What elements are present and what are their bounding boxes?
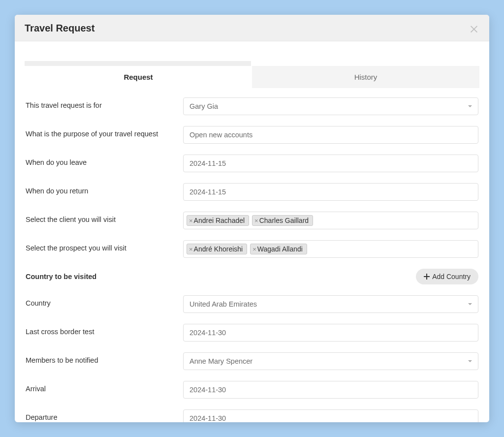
label-requester: This travel request is for	[26, 97, 183, 109]
row-leave: When do you leave	[25, 155, 479, 172]
tag-input-clients[interactable]: × Andrei Rachadel × Charles Gaillard	[183, 212, 478, 229]
remove-tag-icon[interactable]: ×	[189, 246, 193, 252]
label-departure: Departure	[26, 409, 183, 421]
row-country: Country	[25, 295, 479, 313]
label-clients: Select the client you will visit	[26, 212, 183, 223]
tag-client: × Andrei Rachadel	[187, 215, 249, 226]
row-clients: Select the client you will visit × Andre…	[25, 212, 479, 229]
row-prospects: Select the prospect you will visit × And…	[25, 240, 479, 258]
select-requester[interactable]	[183, 97, 478, 115]
row-members: Members to be notified	[25, 352, 479, 370]
input-purpose[interactable]	[183, 126, 478, 144]
select-members-value[interactable]	[183, 352, 478, 370]
row-requester: This travel request is for	[25, 97, 479, 115]
add-country-button[interactable]: Add Country	[416, 269, 478, 284]
progress-bar	[25, 61, 251, 66]
label-purpose: What is the purpose of your travel reque…	[26, 126, 183, 138]
section-country-heading: Country to be visited	[26, 273, 96, 281]
modal-header: Travel Request	[15, 15, 489, 41]
travel-request-modal: Travel Request Request History This trav…	[15, 15, 489, 422]
tabs: Request History	[25, 66, 479, 89]
label-members: Members to be notified	[26, 352, 183, 364]
tag-input-prospects[interactable]: × André Khoreishi × Wagadi Allandi	[183, 240, 478, 258]
label-arrival: Arrival	[26, 381, 183, 393]
tab-history[interactable]: History	[252, 66, 479, 88]
plus-icon	[424, 274, 430, 280]
input-departure[interactable]	[183, 409, 478, 422]
row-return: When do you return	[25, 183, 479, 201]
modal-body: Request History This travel request is f…	[15, 41, 489, 422]
select-members[interactable]	[183, 352, 478, 370]
row-last-test: Last cross border test	[25, 324, 479, 342]
select-country[interactable]	[183, 295, 478, 313]
remove-tag-icon[interactable]: ×	[252, 246, 256, 252]
tag-prospect: × Wagadi Allandi	[250, 244, 307, 254]
row-purpose: What is the purpose of your travel reque…	[25, 126, 479, 144]
tag-label: Wagadi Allandi	[257, 245, 303, 253]
label-last-test: Last cross border test	[26, 324, 183, 336]
tag-label: André Khoreishi	[194, 245, 243, 253]
input-return-date[interactable]	[183, 183, 478, 201]
label-return: When do you return	[26, 183, 183, 195]
input-last-test[interactable]	[183, 324, 478, 342]
label-prospects: Select the prospect you will visit	[26, 240, 183, 252]
select-requester-value[interactable]	[183, 97, 478, 115]
remove-tag-icon[interactable]: ×	[189, 218, 193, 224]
tag-client: × Charles Gaillard	[252, 215, 313, 226]
add-country-label: Add Country	[432, 273, 471, 281]
remove-tag-icon[interactable]: ×	[254, 218, 258, 224]
tag-label: Andrei Rachadel	[194, 217, 245, 224]
modal-title: Travel Request	[25, 23, 94, 34]
tab-request[interactable]: Request	[25, 66, 252, 88]
section-country-header: Country to be visited Add Country	[25, 269, 479, 284]
close-icon[interactable]	[469, 23, 479, 34]
tag-prospect: × André Khoreishi	[187, 244, 247, 254]
row-departure: Departure	[25, 409, 479, 422]
label-country: Country	[26, 295, 183, 307]
input-leave-date[interactable]	[183, 155, 478, 172]
select-country-value[interactable]	[183, 295, 478, 313]
label-leave: When do you leave	[26, 155, 183, 166]
row-arrival: Arrival	[25, 381, 479, 399]
tag-label: Charles Gaillard	[259, 217, 309, 224]
input-arrival[interactable]	[183, 381, 478, 399]
